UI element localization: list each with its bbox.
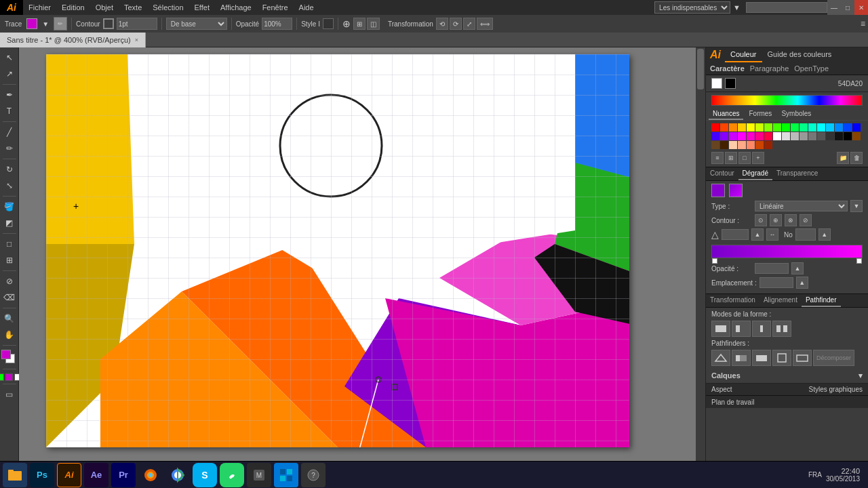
formes-tab[interactable]: Formes	[745, 108, 776, 120]
degrade-panel-tab[interactable]: Dégradé	[738, 167, 772, 180]
transformation-tab[interactable]: Transformation	[706, 294, 760, 307]
color-swatch[interactable]	[852, 123, 861, 131]
menu-affichage[interactable]: Affichage	[215, 0, 257, 15]
color-swatch[interactable]	[755, 132, 764, 140]
paintbucket-tool[interactable]: 🪣	[2, 199, 17, 214]
aspect-label[interactable]: Aspect	[711, 386, 732, 393]
presets-dropdown[interactable]: Les indispensables	[654, 1, 730, 14]
pf-crop-btn[interactable]	[772, 350, 791, 366]
pf-intersect-btn[interactable]	[752, 321, 771, 337]
tab-close-icon[interactable]: ×	[135, 37, 138, 43]
type-options-icon[interactable]: ▼	[850, 200, 863, 212]
color-swatch[interactable]	[711, 123, 719, 131]
transform-btn-2[interactable]: ⟳	[450, 18, 462, 30]
vertical-scroll-thumb[interactable]	[697, 49, 704, 89]
swatch-small-icon[interactable]: □	[738, 152, 751, 164]
transform-btn-1[interactable]: ⟲	[436, 18, 448, 30]
color-swatch[interactable]	[729, 123, 737, 131]
rotate-tool[interactable]: ↻	[2, 162, 17, 177]
couleur-tab[interactable]: Couleur	[725, 47, 762, 62]
color-swatch[interactable]	[791, 123, 799, 131]
color-swatch[interactable]	[852, 132, 861, 140]
blend-mode-icon[interactable]: ⊕	[342, 18, 351, 29]
slice-tool[interactable]: ⊘	[2, 274, 17, 289]
color-swatch[interactable]	[782, 132, 790, 140]
taskbar-illustrator[interactable]: Ai	[57, 463, 81, 487]
screen-mode-btn[interactable]: ▭	[2, 387, 17, 402]
color-swatch[interactable]	[835, 123, 843, 131]
paragraphe-title[interactable]: Paragraphe	[750, 64, 789, 73]
taskbar-premiere[interactable]: Pr	[111, 463, 136, 487]
contour-panel-tab[interactable]: Contour	[706, 167, 738, 180]
color-swatch[interactable]	[729, 132, 737, 140]
pf-merge-btn[interactable]	[752, 350, 771, 366]
color-swatch[interactable]	[711, 141, 719, 149]
fg-color-box[interactable]	[1, 350, 11, 359]
emplacement-spinner[interactable]: ▲	[796, 277, 808, 289]
type-select[interactable]: Linéaire	[755, 201, 848, 211]
transparence-panel-tab[interactable]: Transparence	[772, 167, 822, 180]
degrade-color-swatch-1[interactable]	[711, 184, 725, 197]
gradient-tool[interactable]: ◩	[2, 216, 17, 230]
taskbar-download-manager[interactable]: M	[247, 463, 271, 487]
color-swatch[interactable]	[747, 132, 755, 140]
contour-icon-1[interactable]: ⊙	[755, 214, 767, 226]
angle-input[interactable]: 74,3°	[722, 229, 749, 240]
taskbar-misc[interactable]: ?	[301, 463, 326, 487]
brush-select[interactable]: De base	[166, 18, 227, 30]
no-value-input[interactable]	[795, 228, 816, 241]
green-swatch[interactable]	[0, 373, 4, 381]
taskbar-explorer[interactable]	[3, 463, 27, 487]
menu-selection[interactable]: Sélection	[147, 0, 189, 15]
taskbar-whatsapp[interactable]	[220, 463, 244, 487]
menu-effet[interactable]: Effet	[189, 0, 215, 15]
color-swatch[interactable]	[844, 132, 852, 140]
color-swatch[interactable]	[773, 123, 781, 131]
swatch-grid-icon[interactable]: ⊞	[725, 152, 737, 164]
color-swatch[interactable]	[711, 132, 719, 140]
swatch-add-icon[interactable]: +	[752, 152, 764, 164]
contour-icon-4[interactable]: ⊘	[800, 214, 812, 226]
pf-trim-btn[interactable]	[732, 350, 751, 366]
taskbar-after-effects[interactable]: Ae	[84, 463, 108, 487]
color-swatch[interactable]	[826, 123, 834, 131]
color-swatch[interactable]	[729, 141, 737, 149]
contour-swatch[interactable]	[103, 18, 114, 29]
color-swatch[interactable]	[747, 123, 755, 131]
pf-outline-btn[interactable]	[793, 350, 812, 366]
color-swatch[interactable]	[782, 123, 790, 131]
selection-tool[interactable]: ↖	[2, 50, 17, 65]
color-swatch[interactable]	[720, 141, 728, 149]
color-swatch[interactable]	[738, 141, 746, 149]
taskbar-photos[interactable]	[274, 463, 298, 487]
taskbar-firefox[interactable]	[138, 463, 163, 487]
grid-tool[interactable]: ⊞	[2, 253, 17, 268]
plan-travail-label[interactable]: Plan de travail	[711, 399, 754, 406]
color-swatch[interactable]	[764, 132, 772, 140]
pf-divide-btn[interactable]	[711, 350, 730, 366]
guide-couleurs-tab[interactable]: Guide des couleurs	[762, 47, 837, 62]
color-swatch[interactable]	[738, 123, 746, 131]
swatch-delete-icon[interactable]: 🗑	[850, 152, 863, 164]
color-swatch[interactable]	[720, 123, 728, 131]
emplacement-input[interactable]	[760, 277, 793, 288]
opacite-panel-input[interactable]	[755, 263, 789, 274]
magenta-swatch[interactable]	[5, 373, 13, 381]
direct-selection-tool[interactable]: ↗	[2, 66, 17, 81]
zoom-tool[interactable]: 🔍	[2, 311, 17, 326]
color-swatch[interactable]	[764, 141, 772, 149]
nuances-tab[interactable]: Nuances	[709, 108, 743, 120]
color-swatch[interactable]	[826, 132, 834, 140]
color-swatch[interactable]	[773, 132, 781, 140]
pf-minus-front-btn[interactable]	[732, 321, 751, 337]
menu-fichier[interactable]: Fichier	[23, 0, 56, 15]
symboles-tab[interactable]: Symboles	[777, 108, 815, 120]
angle-spinner-up[interactable]: ▲	[751, 228, 764, 241]
degrade-color-swatch-2[interactable]	[729, 184, 743, 197]
color-swatch[interactable]	[817, 123, 825, 131]
menu-fenetre[interactable]: Fenêtre	[257, 0, 294, 15]
menu-objet[interactable]: Objet	[90, 0, 119, 15]
hand-tool[interactable]: ✋	[2, 327, 17, 342]
color-swatch[interactable]	[844, 123, 852, 131]
minimize-button[interactable]: —	[827, 0, 841, 15]
